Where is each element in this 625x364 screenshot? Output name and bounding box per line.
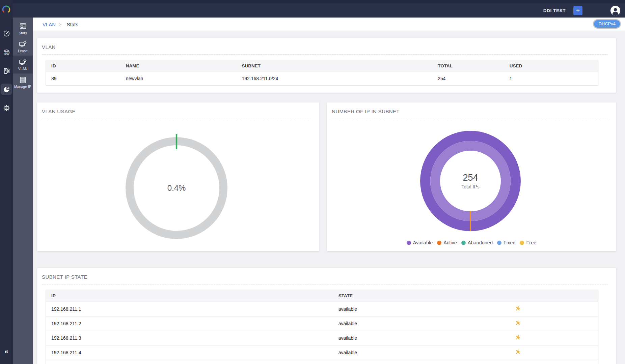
legend-item-fixed[interactable]: Fixed [497,240,515,245]
breadcrumb: VLAN > Stats [43,18,78,31]
app-root: DDI TEST + [0,0,625,364]
legend-label: Active [443,240,457,245]
legend-label: Available [413,240,433,245]
col-actions [510,290,598,302]
cell-actions [510,360,598,364]
legend-dot [497,241,501,245]
vlan-card-title: VLAN [42,44,608,50]
top-navbar: DDI TEST + [0,0,625,18]
lease-icon [19,41,27,48]
sidebar-item-vlan[interactable]: VLAN [13,56,33,73]
cell-state: available [333,316,510,331]
divider [42,119,311,119]
legend-item-available[interactable]: Available [407,240,433,245]
cell-state: available [333,331,510,345]
col-used: USED [504,60,598,72]
donut-center-labels: 254 Total IPs [415,125,526,237]
ip-subnet-card: NUMBER OF IP IN SUBNET 254 Total IPs Ava… [327,102,616,251]
sidebar-item-dashboard[interactable] [1,28,12,39]
col-ip: IP [46,290,333,302]
sidebar-item-stats[interactable]: Stats [13,20,33,38]
legend-item-active[interactable]: Active [437,240,457,245]
sidebar-item-label: Stats [19,31,27,35]
legend-label: Free [526,240,536,245]
legend-dot [461,241,466,245]
dns-icon: DNS [3,49,10,56]
col-total: TOTAL [432,60,504,72]
vlan-icon [19,59,27,66]
sidebar-item-manage-ip[interactable]: Manage IP [13,73,33,91]
legend-label: Abandoned [468,240,493,245]
cell-ip: 192.168.211.1 [46,302,333,316]
sidebar-item-settings[interactable] [1,102,12,114]
cell-subnet: 192.168.211.0/24 [236,72,432,85]
table-row: 192.168.211.1 available [46,302,598,316]
add-button[interactable]: + [573,6,582,15]
cell-ip: 192.168.211.5 [46,360,333,364]
legend-dot [437,241,441,245]
cell-name: newvlan [120,72,237,85]
tools-icon[interactable] [515,335,521,340]
sidebar-item-lease[interactable]: Lease [13,38,33,56]
sidebar-item-dhcp[interactable] [1,65,12,77]
table-row: 192.168.211.4 available [46,345,598,360]
page-title: Stats [67,22,78,27]
ip-donut-chart: 254 Total IPs [415,125,526,237]
vlan-table: ID NAME SUBNET TOTAL USED 89 newvlan 192… [46,60,598,85]
user-avatar[interactable] [610,6,620,16]
col-name: NAME [120,60,237,72]
stats-icon [19,23,27,30]
cell-actions [510,302,598,316]
sidebar-item-dns[interactable]: DNS [1,47,12,58]
legend-dot [407,241,411,245]
total-ips-value: 254 [463,173,478,183]
dashboard-icon [3,30,10,37]
vlan-usage-card: VLAN USAGE 0.4% [37,102,319,251]
ip-subnet-title: NUMBER OF IP IN SUBNET [332,109,608,114]
subnet-ip-state-title: SUBNET IP STATE [42,274,608,280]
legend-item-free[interactable]: Free [520,240,536,245]
breadcrumb-vlan-link[interactable]: VLAN [43,22,56,27]
usage-gauge-chart: 0.4% [121,132,232,244]
table-row: 192.168.211.3 available [46,331,598,345]
double-chevron-left-icon: « [4,347,8,355]
logo-swirl-icon [1,4,11,14]
donut-legend: Available Active Abandoned Fixed Free [327,240,616,245]
divider [42,54,608,55]
settings-icon [3,104,10,112]
org-name-label: DDI TEST [543,8,566,13]
cell-used: 1 [504,72,598,85]
tools-icon[interactable] [515,349,521,355]
subnet-ip-state-card: SUBNET IP STATE IP STATE 192.168.211.1 a… [37,268,616,364]
cell-id: 89 [46,72,120,85]
table-row[interactable]: 89 newvlan 192.168.211.0/24 254 1 [46,72,598,85]
divider [332,119,608,119]
table-row: 192.168.211.2 available [46,316,598,331]
vlan-table-header: ID NAME SUBNET TOTAL USED [46,60,598,72]
tools-icon[interactable] [515,320,521,326]
usage-percent-value: 0.4% [121,132,232,244]
page-header: VLAN > Stats DHCPv4 [33,18,625,31]
module-sidebar: Stats Lease VLAN [13,18,33,364]
sidebar-item-ipam[interactable] [1,84,12,95]
sidebar-collapse-button[interactable]: « [0,347,13,355]
manage-ip-icon [19,76,27,84]
plus-icon: + [576,7,580,14]
cell-ip: 192.168.211.2 [46,316,333,331]
cell-actions [510,316,598,331]
ip-state-table: IP STATE 192.168.211.1 available [46,290,598,364]
table-row: 192.168.211.5 available [46,360,598,364]
cell-state: available [333,345,510,360]
dhcpv4-badge[interactable]: DHCPv4 [593,19,621,29]
sidebar-item-label: Lease [18,49,28,53]
cell-ip: 192.168.211.3 [46,331,333,345]
avatar-icon [610,6,620,16]
col-id: ID [46,60,120,72]
main-content: VLAN ID NAME SUBNET TOTAL USED 89 [33,31,625,364]
legend-item-abandoned[interactable]: Abandoned [461,240,493,245]
legend-label: Fixed [504,240,515,245]
tools-icon[interactable] [515,306,521,311]
cell-ip: 192.168.211.4 [46,345,333,360]
vlan-card: VLAN ID NAME SUBNET TOTAL USED 89 [37,38,616,93]
legend-dot [520,241,524,245]
